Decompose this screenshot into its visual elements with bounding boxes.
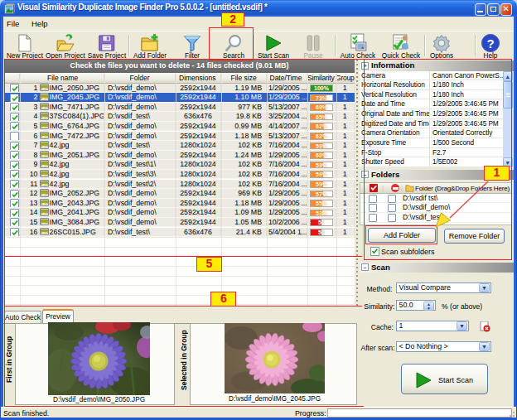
svg-text:?: ?: [486, 36, 494, 51]
